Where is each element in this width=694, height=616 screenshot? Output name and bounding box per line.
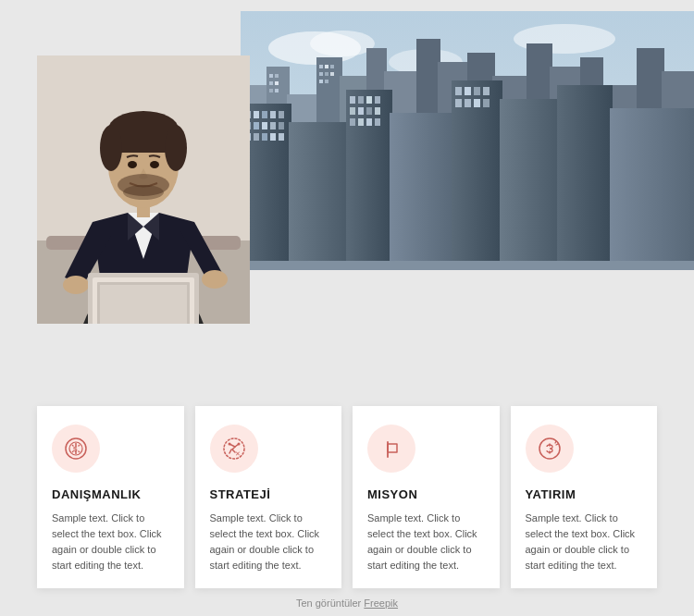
svg-rect-24 — [269, 81, 273, 85]
svg-rect-90 — [100, 285, 187, 324]
svg-rect-64 — [358, 107, 364, 115]
footer-attribution: Ten görüntüler Freepik — [0, 598, 694, 609]
svg-rect-45 — [254, 111, 259, 118]
svg-rect-73 — [474, 87, 480, 95]
svg-rect-66 — [375, 107, 380, 115]
svg-rect-28 — [319, 65, 323, 68]
svg-rect-25 — [275, 81, 279, 85]
card-icon-yatirim — [526, 425, 574, 473]
svg-rect-42 — [557, 85, 613, 270]
page-wrapper: $ DANIŞMANLIK Sample text. Click to sele… — [0, 0, 694, 616]
svg-rect-52 — [270, 122, 276, 129]
svg-rect-43 — [610, 108, 694, 270]
card-title-misyon: MISYON — [367, 487, 485, 501]
footer-prefix: Ten görüntüler — [296, 598, 364, 609]
svg-rect-47 — [270, 111, 276, 118]
svg-rect-78 — [483, 99, 490, 107]
svg-rect-34 — [319, 80, 323, 83]
svg-rect-30 — [330, 65, 334, 68]
svg-rect-26 — [269, 89, 273, 92]
svg-rect-77 — [474, 99, 480, 107]
svg-rect-27 — [275, 89, 279, 92]
svg-rect-33 — [330, 72, 334, 76]
card-text-danismanlik: Sample text. Click to select the text bo… — [52, 511, 169, 573]
svg-rect-58 — [279, 133, 284, 141]
svg-rect-50 — [254, 122, 259, 129]
card-title-yatirim: YATIRIM — [526, 487, 643, 501]
svg-rect-29 — [325, 65, 328, 68]
svg-point-95 — [100, 125, 122, 171]
footer-link[interactable]: Freepik — [364, 598, 398, 609]
svg-rect-22 — [269, 74, 273, 78]
svg-rect-60 — [358, 96, 364, 104]
card-title-strateji: STRATEJİ — [210, 487, 328, 501]
svg-rect-48 — [279, 111, 284, 118]
svg-rect-63 — [350, 107, 355, 115]
svg-rect-53 — [279, 122, 284, 129]
svg-rect-46 — [262, 111, 267, 118]
svg-rect-59 — [350, 96, 355, 104]
svg-rect-65 — [366, 107, 372, 115]
svg-point-105 — [228, 442, 230, 445]
svg-rect-69 — [366, 118, 372, 126]
svg-rect-41 — [500, 99, 560, 270]
svg-rect-68 — [358, 118, 364, 126]
svg-rect-31 — [319, 72, 323, 76]
top-images-area — [37, 0, 694, 314]
svg-point-98 — [150, 161, 159, 168]
svg-rect-23 — [275, 74, 279, 78]
svg-point-96 — [165, 125, 187, 171]
svg-rect-37 — [289, 122, 349, 270]
svg-rect-40 — [452, 80, 502, 270]
card-text-yatirim: Sample text. Click to select the text bo… — [526, 511, 643, 573]
svg-rect-72 — [465, 87, 471, 95]
svg-rect-75 — [455, 99, 462, 107]
svg-point-86 — [202, 270, 228, 289]
svg-rect-55 — [254, 133, 259, 141]
svg-rect-38 — [346, 90, 392, 270]
svg-rect-56 — [262, 133, 267, 141]
card-text-strateji: Sample text. Click to select the text bo… — [210, 511, 328, 573]
svg-point-85 — [63, 276, 89, 294]
card-icon-danismanlik: $ — [52, 425, 100, 473]
svg-point-100 — [123, 185, 164, 200]
svg-rect-76 — [465, 99, 471, 107]
svg-rect-71 — [455, 87, 462, 95]
card-danismanlik[interactable]: $ DANIŞMANLIK Sample text. Click to sele… — [37, 406, 184, 588]
svg-rect-35 — [325, 80, 328, 83]
svg-point-97 — [128, 161, 137, 168]
card-title-danismanlik: DANIŞMANLIK — [52, 487, 169, 501]
svg-rect-51 — [262, 122, 267, 129]
card-icon-misyon — [367, 425, 415, 473]
svg-rect-39 — [390, 113, 454, 270]
svg-point-2 — [310, 31, 375, 56]
svg-rect-61 — [366, 96, 372, 104]
person-image — [37, 55, 250, 324]
svg-text:✕: ✕ — [235, 450, 241, 457]
card-text-misyon: Sample text. Click to select the text bo… — [367, 511, 485, 573]
svg-rect-70 — [375, 118, 380, 126]
svg-text:$: $ — [73, 445, 78, 453]
svg-rect-62 — [375, 96, 380, 104]
svg-rect-79 — [241, 261, 694, 270]
city-image — [241, 11, 694, 270]
svg-rect-32 — [325, 72, 328, 76]
svg-rect-67 — [350, 118, 355, 126]
card-strateji[interactable]: ✕ STRATEJİ Sample text. Click to select … — [195, 406, 342, 588]
cards-section: $ DANIŞMANLIK Sample text. Click to sele… — [37, 406, 657, 588]
svg-rect-74 — [483, 87, 490, 95]
card-icon-strateji: ✕ — [210, 425, 258, 473]
card-misyon[interactable]: MISYON Sample text. Click to select the … — [353, 406, 500, 588]
svg-rect-57 — [270, 133, 276, 141]
card-yatirim[interactable]: YATIRIM Sample text. Click to select the… — [511, 406, 658, 588]
